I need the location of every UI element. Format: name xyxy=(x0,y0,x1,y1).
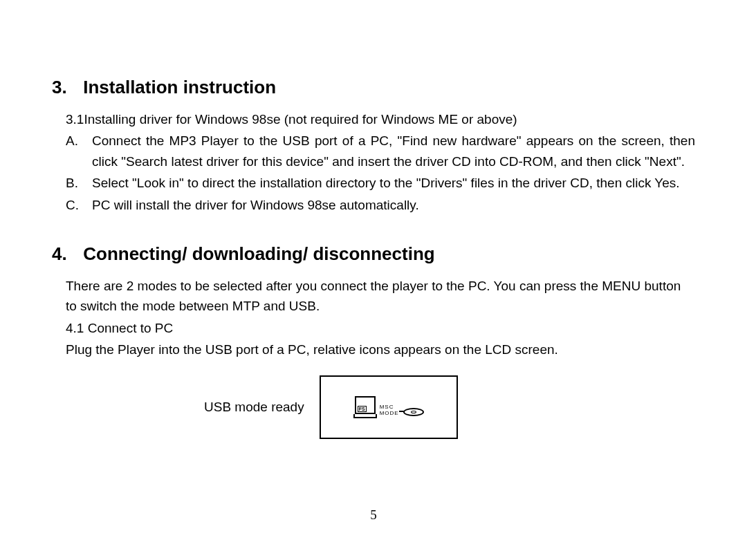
page-number: 5 xyxy=(0,507,747,523)
mode-text: MODE xyxy=(380,411,399,417)
section-4-number: 4. xyxy=(52,243,78,266)
usb-mode-row: USB mode ready FS MSC MODE xyxy=(52,375,695,439)
list-item-text: PC will install the driver for Windows 9… xyxy=(92,195,695,215)
lcd-screen-illustration: FS MSC MODE xyxy=(320,375,458,439)
section-4-title: Connecting/ downloading/ disconnecting xyxy=(83,243,434,264)
section-4-1-text: Plug the Player into the USB port of a P… xyxy=(52,339,695,360)
section-4-heading: 4. Connecting/ downloading/ disconnectin… xyxy=(52,243,695,266)
fs-label: FS xyxy=(358,406,367,412)
list-item: C. PC will install the driver for Window… xyxy=(66,195,695,215)
section-3: 3. Installation instruction 3.1Installin… xyxy=(52,76,695,215)
section-3-heading: 3. Installation instruction xyxy=(52,76,695,100)
list-item-label: B. xyxy=(66,173,92,193)
section-3-number: 3. xyxy=(52,76,78,100)
list-item-text: Select "Look in" to direct the installat… xyxy=(92,173,695,193)
section-4: 4. Connecting/ downloading/ disconnectin… xyxy=(52,243,695,439)
device-icon xyxy=(403,408,424,416)
msc-mode-label: MSC MODE xyxy=(380,404,399,417)
section-4-intro: There are 2 modes to be selected after y… xyxy=(52,276,695,317)
section-3-1-subheading: 3.1Installing driver for Windows 98se (n… xyxy=(52,109,695,129)
monitor-icon: FS xyxy=(353,396,377,418)
list-item: A. Connect the MP3 Player to the USB por… xyxy=(66,131,695,171)
list-item: B. Select "Look in" to direct the instal… xyxy=(66,173,695,193)
list-item-text: Connect the MP3 Player to the USB port o… xyxy=(92,131,695,171)
usb-mode-label: USB mode ready xyxy=(66,400,304,415)
section-4-1-subheading: 4.1 Connect to PC xyxy=(52,318,695,338)
list-item-label: C. xyxy=(66,195,92,215)
section-3-title: Installation instruction xyxy=(83,77,276,97)
section-3-abc-list: A. Connect the MP3 Player to the USB por… xyxy=(52,131,695,215)
list-item-label: A. xyxy=(66,131,92,171)
